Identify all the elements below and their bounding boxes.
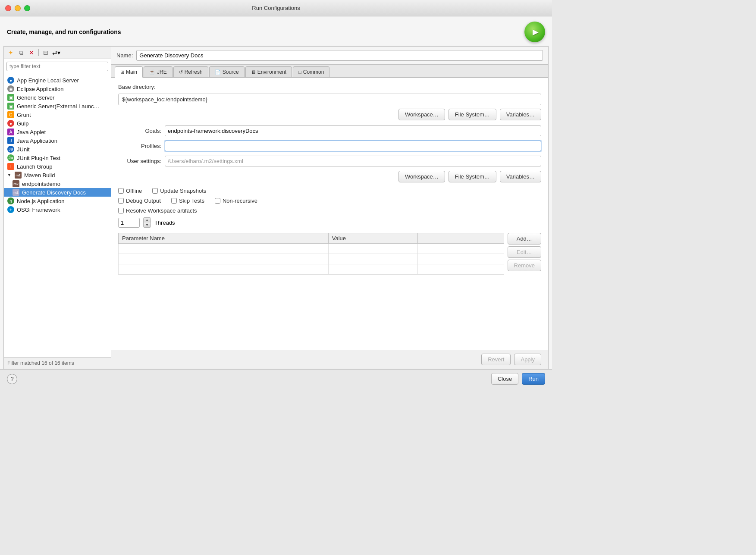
- minimize-window-button[interactable]: [15, 5, 21, 11]
- debug-output-checkbox-label[interactable]: Debug Output: [118, 198, 161, 204]
- jre-tab-icon: ☕: [149, 69, 155, 75]
- maximize-window-button[interactable]: [24, 5, 30, 11]
- delete-config-button[interactable]: ✕: [27, 48, 36, 57]
- list-item[interactable]: A Java Applet: [4, 128, 111, 136]
- list-item-label: JUnit Plug-in Test: [17, 155, 60, 161]
- list-item[interactable]: m2 endpointsdemo: [4, 179, 111, 188]
- run-button[interactable]: Run: [522, 373, 545, 385]
- window-controls[interactable]: [5, 5, 30, 11]
- list-item[interactable]: ● App Engine Local Server: [4, 76, 111, 85]
- workspace-button-2[interactable]: Workspace…: [398, 171, 445, 182]
- table-row: [119, 264, 504, 275]
- non-recursive-label: Non-recursive: [223, 198, 257, 204]
- threads-row: ▲ ▼ Threads: [118, 217, 541, 228]
- tab-jre[interactable]: ☕ JRE: [144, 66, 173, 77]
- user-settings-row: User settings:: [118, 156, 541, 166]
- edit-parameter-button[interactable]: Edit…: [508, 246, 541, 258]
- update-snapshots-checkbox-label[interactable]: Update Snapshots: [152, 188, 206, 194]
- resolve-workspace-checkbox[interactable]: [118, 208, 124, 213]
- apply-button[interactable]: Apply: [514, 354, 541, 365]
- tab-source-label: Source: [223, 69, 239, 75]
- list-item[interactable]: Ju JUnit Plug-in Test: [4, 154, 111, 162]
- param-name-header: Parameter Name: [119, 233, 329, 244]
- table-cell: [119, 254, 329, 264]
- table-cell: [417, 254, 504, 264]
- list-item[interactable]: J Java Application: [4, 136, 111, 145]
- workspace-button[interactable]: Workspace…: [398, 109, 445, 120]
- update-snapshots-checkbox[interactable]: [152, 188, 158, 194]
- nodejs-icon: n: [7, 198, 14, 204]
- non-recursive-checkbox[interactable]: [215, 198, 220, 204]
- run-icon-button[interactable]: [524, 22, 545, 42]
- spinner-up-button[interactable]: ▲: [144, 218, 151, 223]
- spinner-down-button[interactable]: ▼: [144, 223, 151, 227]
- settings-buttons: Workspace… File System… Variables…: [118, 171, 541, 182]
- name-input[interactable]: [136, 50, 543, 61]
- content-area: Base directory: ${workspace_loc:/endpoin…: [111, 78, 548, 350]
- dialog-header: Create, manage, and run configurations: [0, 16, 552, 46]
- list-item-selected[interactable]: m2 Generate Discovery Docs: [4, 188, 111, 197]
- dialog: Create, manage, and run configurations ✦…: [0, 16, 552, 388]
- list-item-label: Eclipse Application: [17, 86, 63, 92]
- resolve-workspace-checkbox-label[interactable]: Resolve Workspace artifacts: [118, 207, 197, 214]
- list-item[interactable]: ▣ Generic Server: [4, 93, 111, 102]
- goals-label: Goals:: [118, 128, 161, 134]
- tab-source[interactable]: 📄 Source: [209, 66, 245, 77]
- non-recursive-checkbox-label[interactable]: Non-recursive: [215, 198, 257, 204]
- close-button[interactable]: Close: [491, 373, 518, 385]
- list-item[interactable]: ▣ Generic Server(External Launc…: [4, 102, 111, 110]
- close-window-button[interactable]: [5, 5, 11, 11]
- help-button[interactable]: ?: [7, 374, 17, 384]
- list-item[interactable]: + OSGi Framework: [4, 205, 111, 214]
- sidebar-toolbar: ✦ ⧉ ✕ ⊟ ⇄▾: [4, 47, 111, 59]
- collapse-button[interactable]: ⊟: [41, 48, 50, 57]
- list-item[interactable]: ◉ Eclipse Application: [4, 85, 111, 93]
- add-parameter-button[interactable]: Add…: [508, 233, 541, 245]
- offline-checkbox[interactable]: [118, 188, 124, 194]
- list-item[interactable]: ● Gulp: [4, 119, 111, 128]
- window-title: Run Configurations: [252, 5, 300, 11]
- generate-docs-icon: m2: [13, 189, 19, 196]
- filter-input[interactable]: [6, 62, 108, 71]
- goals-input[interactable]: [165, 125, 541, 136]
- tab-environment[interactable]: 🖥 Environment: [245, 66, 292, 77]
- threads-spinner[interactable]: ▲ ▼: [143, 217, 151, 228]
- table-action-buttons: Add… Edit… Remove: [508, 233, 541, 275]
- list-item[interactable]: Ju JUnit: [4, 145, 111, 154]
- checkboxes-section: Offline Update Snapshots Debug Output: [118, 188, 541, 214]
- tab-environment-label: Environment: [257, 69, 286, 75]
- dialog-subtitle: Create, manage, and run configurations: [7, 28, 121, 35]
- file-system-button-2[interactable]: File System…: [449, 171, 496, 182]
- variables-button-2[interactable]: Variables…: [500, 171, 541, 182]
- toolbar-separator: [38, 49, 39, 56]
- debug-output-checkbox[interactable]: [118, 198, 124, 204]
- remove-parameter-button[interactable]: Remove: [508, 260, 541, 271]
- tab-main[interactable]: ⊞ Main: [115, 66, 143, 78]
- list-item-label: Gulp: [17, 120, 28, 127]
- launch-group-icon: L: [7, 163, 14, 170]
- list-item[interactable]: n Node.js Application: [4, 197, 111, 205]
- resolve-workspace-label: Resolve Workspace artifacts: [126, 207, 197, 214]
- table-cell: [119, 264, 329, 275]
- title-bar: Run Configurations: [0, 0, 552, 16]
- tab-refresh[interactable]: ↺ Refresh: [173, 66, 208, 77]
- variables-button[interactable]: Variables…: [500, 109, 541, 120]
- table-cell: [417, 244, 504, 254]
- profiles-input[interactable]: [165, 141, 541, 151]
- skip-tests-checkbox-label[interactable]: Skip Tests: [171, 198, 204, 204]
- skip-tests-checkbox[interactable]: [171, 198, 177, 204]
- duplicate-config-button[interactable]: ⧉: [17, 48, 25, 57]
- list-item[interactable]: ▼ m2 Maven Build: [4, 171, 111, 179]
- list-item[interactable]: L Launch Group: [4, 162, 111, 171]
- threads-input[interactable]: [118, 218, 140, 228]
- update-snapshots-label: Update Snapshots: [160, 188, 206, 194]
- file-system-button[interactable]: File System…: [449, 109, 496, 120]
- filter-button[interactable]: ⇄▾: [52, 48, 60, 57]
- list-item[interactable]: G Grunt: [4, 110, 111, 119]
- user-settings-input[interactable]: [165, 156, 541, 166]
- new-config-button[interactable]: ✦: [6, 48, 15, 57]
- offline-checkbox-label[interactable]: Offline: [118, 188, 142, 194]
- tab-common[interactable]: □ Common: [293, 66, 329, 77]
- revert-button[interactable]: Revert: [481, 354, 511, 365]
- param-value-header: Value: [328, 233, 417, 244]
